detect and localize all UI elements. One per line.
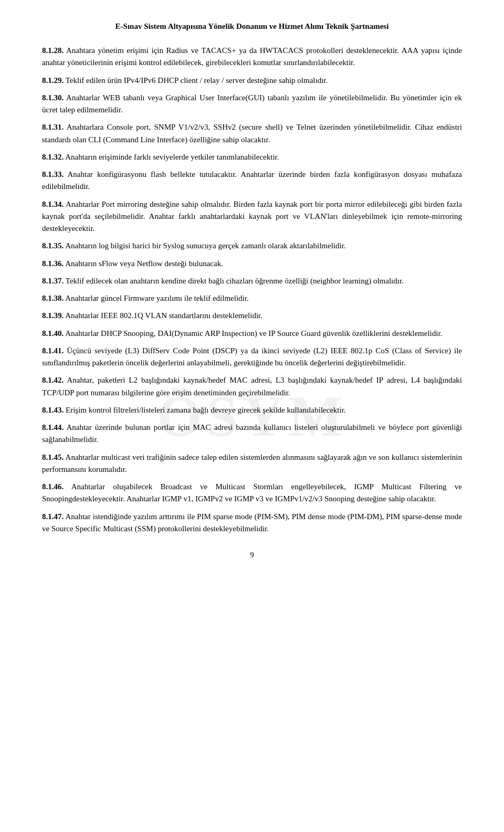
section-text-8129: Teklif edilen ürün IPv4/IPv6 DHCP client… [64, 76, 328, 85]
section-8136: 8.1.36. Anahtarın sFlow veya Netflow des… [42, 258, 462, 270]
section-8144: 8.1.44. Anahtar üzerinde bulunan portlar… [42, 422, 462, 446]
section-8141: 8.1.41. Üçüncü seviyede (L3) DiffServ Co… [42, 345, 462, 370]
section-text-8132: Anahtarın erişiminde farklı seviyelerde … [64, 153, 279, 161]
section-text-8142: Anahtar, paketleri L2 başlığındaki kayna… [42, 376, 462, 396]
paragraph-8147: 8.1.47. Anahtar istendiğinde yazılım art… [42, 511, 462, 535]
paragraph-8129: 8.1.29. Teklif edilen ürün IPv4/IPv6 DHC… [42, 75, 462, 87]
section-number-8131: 8.1.31. [42, 123, 64, 131]
section-number-8141: 8.1.41. [42, 346, 64, 355]
section-text-8145: Anahtarlar multicast veri trafiğinin sad… [42, 453, 462, 473]
section-text-8147: Anahtar istendiğinde yazılım arttırımı i… [42, 512, 462, 533]
paragraph-8137: 8.1.37. Teklif edilecek olan anahtarın k… [42, 275, 462, 287]
section-number-8145: 8.1.45. [42, 453, 64, 461]
paragraph-8140: 8.1.40. Anahtarlar DHCP Snooping, DAI(Dy… [42, 328, 462, 340]
section-8138: 8.1.38. Anahtarlar güncel Firmware yazıl… [42, 292, 462, 304]
paragraph-8130: 8.1.30. Anahtarlar WEB tabanlı veya Grap… [42, 92, 462, 117]
section-number-8132: 8.1.32. [42, 153, 64, 161]
page-number: 9 [42, 551, 462, 560]
section-8131: 8.1.31. Anahtarlara Console port, SNMP V… [42, 121, 462, 146]
section-number-8136: 8.1.36. [42, 259, 64, 268]
section-text-8130: Anahtarlar WEB tabanlı veya Graphical Us… [42, 93, 462, 114]
section-text-8137: Teklif edilecek olan anahtarın kendine d… [64, 277, 404, 285]
section-8128: 8.1.28. Anahtara yönetim erişimi için Ra… [42, 45, 462, 69]
section-8135: 8.1.35. Anahtarın log bilgisi harici bir… [42, 240, 462, 252]
paragraph-8145: 8.1.45. Anahtarlar multicast veri trafiğ… [42, 451, 462, 476]
section-number-8130: 8.1.30. [42, 93, 64, 102]
section-number-8143: 8.1.43. [42, 406, 64, 414]
section-number-8146: 8.1.46. [42, 482, 64, 491]
section-text-8131: Anahtarlara Console port, SNMP V1/v2/v3,… [42, 123, 462, 143]
paragraph-8131: 8.1.31. Anahtarlara Console port, SNMP V… [42, 121, 462, 146]
section-8142: 8.1.42. Anahtar, paketleri L2 başlığında… [42, 374, 462, 399]
section-text-8138: Anahtarlar güncel Firmware yazılımı ile … [64, 294, 248, 302]
paragraph-8136: 8.1.36. Anahtarın sFlow veya Netflow des… [42, 258, 462, 270]
section-8147: 8.1.47. Anahtar istendiğinde yazılım art… [42, 511, 462, 535]
section-number-8134: 8.1.34. [42, 200, 64, 208]
section-number-8138: 8.1.38. [42, 294, 64, 302]
section-text-8134: Anahtarlar Port mirroring desteğine sahi… [42, 200, 462, 233]
section-8130: 8.1.30. Anahtarlar WEB tabanlı veya Grap… [42, 92, 462, 117]
section-text-8139: Anahtarlar IEEE 802.1Q VLAN standartları… [64, 311, 262, 320]
section-text-8144: Anahtar üzerinde bulunan portlar için MA… [42, 423, 462, 444]
section-number-8147: 8.1.47. [42, 512, 64, 521]
header-title: E-Sınav Sistem Altyapısına Yönelik Donan… [116, 22, 389, 30]
paragraph-8144: 8.1.44. Anahtar üzerinde bulunan portlar… [42, 422, 462, 446]
section-text-8141: Üçüncü seviyede (L3) DiffServ Code Point… [42, 346, 462, 367]
page-number-text: 9 [250, 551, 254, 559]
section-text-8143: Erişim kontrol filtreleri/listeleri zama… [64, 406, 345, 414]
section-number-8128: 8.1.28. [42, 46, 64, 55]
section-text-8128: Anahtara yönetim erişimi için Radius ve … [42, 46, 462, 67]
section-8133: 8.1.33. Anahtar konfigürasyonu flash bel… [42, 168, 462, 193]
section-text-8135: Anahtarın log bilgisi harici bir Syslog … [64, 241, 345, 250]
section-8146: 8.1.46. Anahtarlar oluşabilecek Broadcas… [42, 481, 462, 505]
paragraph-8133: 8.1.33. Anahtar konfigürasyonu flash bel… [42, 168, 462, 193]
paragraph-8135: 8.1.35. Anahtarın log bilgisi harici bir… [42, 240, 462, 252]
section-text-8136: Anahtarın sFlow veya Netflow desteği bul… [64, 259, 223, 268]
paragraph-8134: 8.1.34. Anahtarlar Port mirroring desteğ… [42, 198, 462, 235]
paragraph-8146: 8.1.46. Anahtarlar oluşabilecek Broadcas… [42, 481, 462, 505]
section-number-8139: 8.1.39. [42, 311, 64, 320]
main-content: 8.1.28. Anahtara yönetim erişimi için Ra… [42, 45, 462, 535]
section-text-8133: Anahtar konfigürasyonu flash bellekte tu… [42, 170, 462, 191]
paragraph-8141: 8.1.41. Üçüncü seviyede (L3) DiffServ Co… [42, 345, 462, 370]
section-8137: 8.1.37. Teklif edilecek olan anahtarın k… [42, 275, 462, 287]
paragraph-8128: 8.1.28. Anahtara yönetim erişimi için Ra… [42, 45, 462, 69]
section-8132: 8.1.32. Anahtarın erişiminde farklı sevi… [42, 151, 462, 163]
section-8139: 8.1.39. Anahtarlar IEEE 802.1Q VLAN stan… [42, 310, 462, 322]
section-8145: 8.1.45. Anahtarlar multicast veri trafiğ… [42, 451, 462, 476]
section-8140: 8.1.40. Anahtarlar DHCP Snooping, DAI(Dy… [42, 328, 462, 340]
section-8129: 8.1.29. Teklif edilen ürün IPv4/IPv6 DHC… [42, 75, 462, 87]
section-text-8140: Anahtarlar DHCP Snooping, DAI(Dynamic AR… [64, 329, 442, 338]
section-8143: 8.1.43. Erişim kontrol filtreleri/listel… [42, 404, 462, 416]
paragraph-8143: 8.1.43. Erişim kontrol filtreleri/listel… [42, 404, 462, 416]
section-text-8146: Anahtarlar oluşabilecek Broadcast ve Mul… [42, 482, 462, 503]
paragraph-8142: 8.1.42. Anahtar, paketleri L2 başlığında… [42, 374, 462, 399]
section-number-8137: 8.1.37. [42, 277, 64, 285]
section-8134: 8.1.34. Anahtarlar Port mirroring desteğ… [42, 198, 462, 235]
section-number-8135: 8.1.35. [42, 241, 64, 250]
paragraph-8139: 8.1.39. Anahtarlar IEEE 802.1Q VLAN stan… [42, 310, 462, 322]
section-number-8144: 8.1.44. [42, 423, 64, 431]
paragraph-8132: 8.1.32. Anahtarın erişiminde farklı sevi… [42, 151, 462, 163]
section-number-8140: 8.1.40. [42, 329, 64, 338]
section-number-8142: 8.1.42. [42, 376, 64, 384]
section-number-8129: 8.1.29. [42, 76, 64, 85]
paragraph-8138: 8.1.38. Anahtarlar güncel Firmware yazıl… [42, 292, 462, 304]
page-header: E-Sınav Sistem Altyapısına Yönelik Donan… [42, 21, 462, 32]
section-number-8133: 8.1.33. [42, 170, 64, 178]
